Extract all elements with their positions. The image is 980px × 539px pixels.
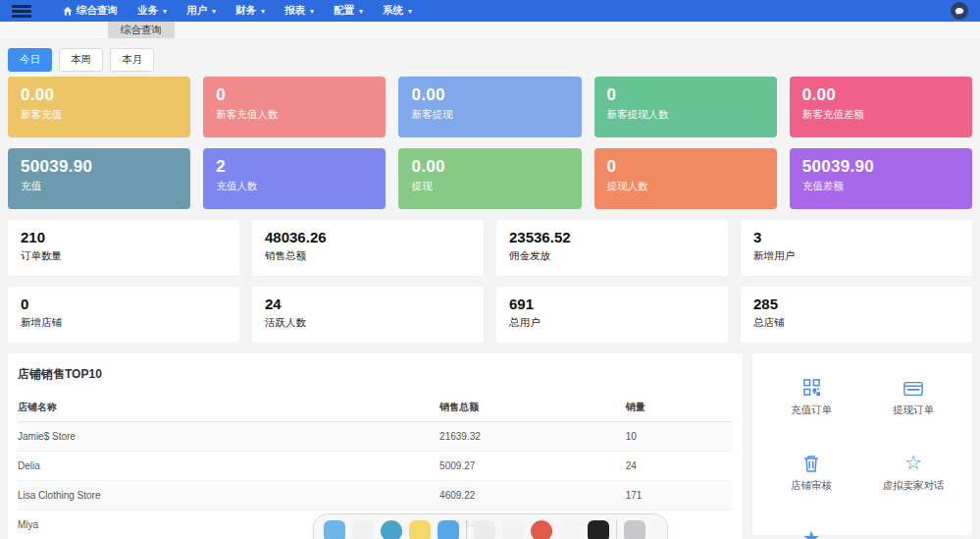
dock-app-icon[interactable]: [588, 520, 609, 539]
dock-divider: [616, 520, 617, 539]
nav-item-label: 系统: [383, 4, 403, 18]
nav-item-label: 报表: [284, 4, 305, 18]
metric-card: 2 充值人数: [203, 148, 386, 209]
quick-actions-panel: 充值订单 提现订单 店铺审核 ☆ 虚拟卖家对话 ★: [752, 353, 972, 535]
nav-item-label: 综合查询: [77, 4, 118, 18]
dock-app-icon[interactable]: [381, 520, 402, 539]
table-row[interactable]: Lisa Clothing Store 4609.22 171: [18, 481, 733, 511]
filter-week-button[interactable]: 本周: [59, 48, 103, 72]
cell-sales-amount: 4609.22: [439, 481, 626, 511]
summary-label: 订单数量: [21, 249, 227, 263]
nav-item-business[interactable]: 业务 ▾: [137, 4, 167, 18]
quick-action-label: 提现订单: [862, 404, 964, 417]
summary-card: 285 总店铺: [741, 287, 972, 343]
metric-value: 50039.90: [21, 157, 178, 177]
chat-button[interactable]: [951, 2, 968, 20]
chevron-down-icon: ▾: [310, 7, 314, 16]
metric-value: 0: [607, 85, 764, 105]
column-header: 店铺名称: [18, 393, 439, 422]
metric-card: 0.00 新客提现: [398, 77, 581, 137]
trash-icon: [760, 451, 862, 472]
filter-today-button[interactable]: 今日: [8, 48, 52, 72]
macos-dock[interactable]: [313, 513, 668, 539]
summary-card: 210 订单数量: [8, 220, 239, 276]
summary-label: 活跃人数: [265, 316, 471, 330]
chevron-down-icon: ▾: [408, 7, 412, 16]
quick-action-label: 店铺审核: [760, 479, 862, 493]
nav-item-users[interactable]: 用户 ▾: [186, 4, 216, 18]
summary-value: 210: [21, 229, 227, 245]
filter-month-button[interactable]: 本月: [110, 48, 154, 72]
metric-label: 提现: [411, 180, 568, 193]
column-header: 销量: [626, 393, 733, 422]
metric-label: 提现人数: [607, 180, 764, 193]
nav-item-config[interactable]: 配置 ▾: [334, 4, 363, 18]
summary-value: 24: [265, 296, 471, 312]
summary-card-row-1: 210 订单数量 48036.26 销售总额 23536.52 佣金发放 3 新…: [8, 220, 972, 276]
quick-action-recharge-orders[interactable]: 充值订单: [760, 375, 862, 417]
metric-card: 0.00 新客充值差额: [790, 77, 972, 137]
metric-card: 50039.90 充值差额: [790, 148, 972, 209]
chevron-down-icon: ▾: [359, 7, 363, 16]
quick-action-label: 充值订单: [760, 404, 862, 417]
metric-value: 0.00: [411, 85, 568, 105]
metric-card-row-2: 50039.90 充值 2 充值人数 0.00 提现 0 提现人数 50039.…: [8, 148, 972, 209]
nav-item-system[interactable]: 系统 ▾: [383, 4, 412, 18]
panel-title: 店铺销售TOP10: [18, 366, 733, 383]
quick-action-order-list[interactable]: ★ 订单列表71: [760, 526, 862, 539]
dock-settings-icon[interactable]: [624, 520, 645, 539]
metric-card-row-1: 0.00 新客充值 0 新客充值人数 0.00 新客提现 0 新客提现人数 0.…: [8, 77, 972, 137]
metric-label: 新客充值差额: [802, 108, 959, 122]
metric-value: 0.00: [411, 157, 568, 177]
qr-code-icon: [760, 375, 862, 397]
tab-overview[interactable]: 综合查询: [108, 22, 175, 38]
quick-action-withdraw-orders[interactable]: 提现订单: [862, 375, 964, 417]
summary-label: 新增店铺: [21, 316, 227, 330]
chevron-down-icon: ▾: [163, 7, 167, 16]
dock-app-icon[interactable]: [474, 520, 495, 539]
date-filter-group: 今日 本周 本月: [8, 48, 972, 72]
nav-item-overview[interactable]: 综合查询: [63, 4, 118, 18]
nav-item-label: 财务: [235, 4, 256, 18]
summary-value: 285: [753, 296, 959, 312]
metric-card: 0 新客充值人数: [203, 77, 386, 137]
home-icon: [63, 6, 73, 16]
summary-card-row-2: 0 新增店铺 24 活跃人数 691 总用户 285 总店铺: [8, 287, 972, 343]
table-row[interactable]: Jamie$ Store 21639.32 10: [18, 422, 733, 452]
metric-value: 0: [607, 157, 764, 177]
hamburger-menu-icon[interactable]: [12, 5, 31, 18]
chevron-down-icon: [862, 526, 964, 539]
quick-action-label: 虚拟卖家对话: [862, 479, 964, 493]
nav-item-finance[interactable]: 财务 ▾: [235, 4, 265, 18]
nav-item-reports[interactable]: 报表 ▾: [284, 4, 314, 18]
summary-card: 691 总用户: [496, 287, 728, 343]
dock-app-icon[interactable]: [409, 520, 431, 539]
dock-app-icon[interactable]: [352, 520, 374, 539]
dock-app-icon[interactable]: [502, 520, 524, 539]
dock-app-icon[interactable]: [531, 520, 552, 539]
dock-app-icon[interactable]: [324, 520, 345, 539]
quick-action-store-review[interactable]: 店铺审核: [760, 451, 862, 493]
dock-app-icon[interactable]: [438, 520, 459, 539]
table-row[interactable]: Delia 5009.27 24: [18, 452, 733, 481]
column-header: 销售总额: [439, 393, 626, 422]
nav-item-label: 配置: [334, 4, 354, 18]
dock-app-icon[interactable]: [559, 520, 581, 539]
summary-card: 3 新增用户: [741, 220, 972, 276]
summary-value: 0: [21, 296, 227, 312]
dock-divider: [466, 520, 467, 539]
chevron-down-icon: ▾: [261, 7, 265, 16]
metric-value: 2: [216, 157, 373, 177]
metric-card: 0.00 提现: [398, 148, 581, 209]
metric-value: 0.00: [802, 85, 959, 105]
metric-value: 0.00: [21, 85, 178, 105]
summary-value: 691: [509, 296, 715, 312]
metric-label: 新客提现: [411, 108, 568, 122]
top-navbar: 综合查询 业务 ▾ 用户 ▾ 财务 ▾ 报表 ▾ 配置 ▾ 系统 ▾: [0, 0, 980, 22]
summary-label: 佣金发放: [509, 249, 715, 263]
cell-sales-amount: 5009.27: [439, 452, 626, 481]
summary-card: 23536.52 佣金发放: [496, 220, 728, 276]
quick-action-virtual-seller-chat[interactable]: ☆ 虚拟卖家对话: [862, 451, 964, 493]
quick-action-return-orders[interactable]: 退货订单30: [862, 526, 964, 539]
star-outline-icon: ☆: [862, 451, 964, 472]
